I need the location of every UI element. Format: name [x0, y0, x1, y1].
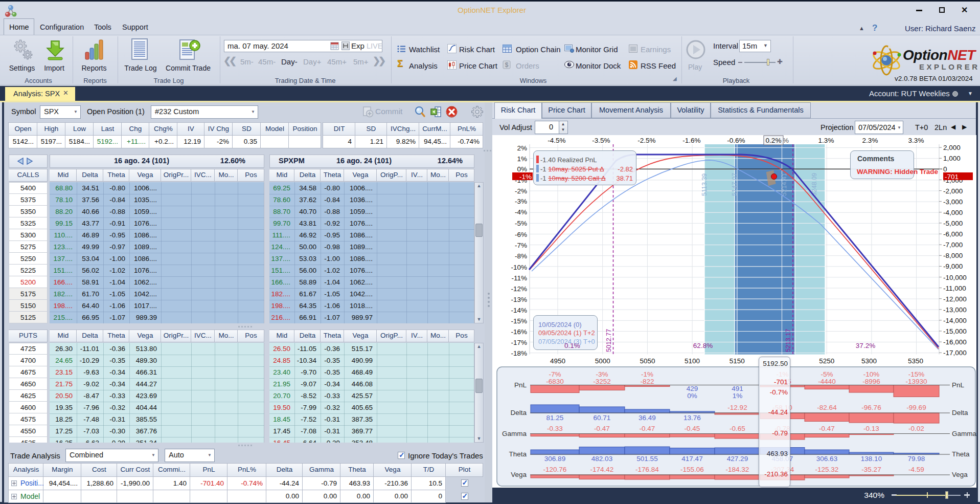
svg-text:-3.5%: -3.5% [592, 137, 610, 144]
svg-text:491: 491 [732, 385, 743, 392]
svg-text:-6,000: -6,000 [943, 230, 963, 238]
svg-text:3.3%: 3.3% [908, 137, 924, 144]
svg-text:-1%: -1% [641, 370, 653, 378]
svg-text:-13%: -13% [511, 296, 527, 303]
svg-text:-0.65: -0.65 [730, 425, 745, 432]
svg-text:4950: 4950 [550, 357, 565, 365]
svg-text:-0.47: -0.47 [819, 425, 835, 432]
svg-text:5012.77: 5012.77 [605, 329, 612, 352]
svg-text:-8%: -8% [515, 252, 527, 260]
svg-text:-9,000: -9,000 [943, 262, 963, 270]
svg-text:-6%: -6% [515, 231, 527, 238]
svg-text:-120.76: -120.76 [543, 466, 567, 473]
svg-text:-822: -822 [640, 378, 654, 385]
svg-text:1%: 1% [517, 155, 527, 163]
svg-text:1,000: 1,000 [943, 155, 961, 162]
svg-text:482.03: 482.03 [591, 455, 612, 463]
svg-text:-17,000: -17,000 [943, 349, 967, 357]
svg-text:417.47: 417.47 [681, 455, 702, 463]
svg-text:-82.64: -82.64 [817, 404, 837, 411]
svg-text:-96.76: -96.76 [861, 404, 881, 411]
svg-text:-3%: -3% [515, 198, 527, 205]
svg-text:-17%: -17% [511, 339, 527, 346]
svg-text:62.8%: 62.8% [693, 342, 713, 349]
svg-text:-13,000: -13,000 [943, 306, 967, 314]
svg-text:$: $ [505, 61, 509, 69]
svg-text:0.2%: 0.2% [766, 137, 782, 144]
svg-text:5050: 5050 [640, 357, 655, 365]
svg-text:PnL: PnL [514, 381, 527, 389]
svg-text:60.71: 60.71 [594, 414, 611, 422]
svg-text:-99.69: -99.69 [906, 404, 926, 411]
svg-text:-0.45: -0.45 [685, 425, 700, 432]
svg-text:-4,000: -4,000 [943, 209, 963, 216]
svg-text:-10%: -10% [863, 370, 880, 378]
svg-text:-10,000: -10,000 [943, 274, 967, 281]
svg-text:-5%: -5% [515, 220, 527, 227]
svg-text:-12,000: -12,000 [943, 295, 967, 303]
svg-text:427.29: 427.29 [727, 455, 748, 463]
svg-text:%: % [783, 137, 789, 144]
svg-text:138.10: 138.10 [861, 455, 882, 463]
svg-text:Gamma: Gamma [952, 430, 976, 437]
svg-text:Vega: Vega [511, 471, 527, 478]
svg-text:-15%: -15% [908, 370, 925, 378]
svg-text:-125.32: -125.32 [815, 466, 839, 473]
svg-text:81.25: 81.25 [546, 414, 564, 422]
svg-text:-174.42: -174.42 [590, 466, 614, 473]
svg-text:5150: 5150 [730, 357, 745, 365]
svg-text:306.89: 306.89 [544, 455, 565, 463]
svg-text:36.49: 36.49 [639, 414, 656, 422]
svg-text:5250: 5250 [819, 357, 834, 365]
svg-text:-15%: -15% [511, 317, 527, 325]
svg-text:-14,000: -14,000 [943, 317, 967, 324]
svg-text:-4.59: -4.59 [908, 466, 924, 473]
svg-text:-3252: -3252 [593, 378, 611, 385]
svg-text:-0.6%: -0.6% [727, 137, 745, 144]
svg-text:429: 429 [687, 385, 698, 392]
svg-text:-8996: -8996 [862, 378, 880, 385]
svg-text:-4%: -4% [515, 208, 527, 216]
svg-text:-1.6%: -1.6% [682, 137, 700, 144]
svg-text:37.2%: 37.2% [856, 342, 875, 349]
svg-text:-184.32: -184.32 [726, 466, 749, 473]
svg-text:306.63: 306.63 [816, 455, 837, 463]
svg-text:-176.84: -176.84 [635, 466, 659, 473]
svg-text:5100: 5100 [685, 357, 700, 365]
svg-text:1.3%: 1.3% [818, 137, 834, 144]
svg-text:Theta: Theta [509, 450, 527, 458]
svg-text:Delta: Delta [510, 409, 527, 417]
svg-text:-7,000: -7,000 [943, 241, 963, 249]
svg-text:5213.17: 5213.17 [785, 329, 792, 352]
svg-text:-4.5%: -4.5% [548, 137, 565, 144]
svg-text:-5,000: -5,000 [943, 220, 963, 227]
svg-text:-12.92: -12.92 [727, 404, 747, 411]
svg-text:-2.5%: -2.5% [637, 137, 655, 144]
svg-text:2.3%: 2.3% [862, 137, 878, 144]
svg-text:501.55: 501.55 [636, 455, 657, 463]
svg-text:Vega: Vega [952, 471, 968, 478]
svg-text:-15,000: -15,000 [943, 327, 967, 335]
svg-text:-3,000: -3,000 [943, 198, 963, 206]
svg-text:-5%: -5% [821, 370, 833, 378]
svg-text:2,000: 2,000 [943, 144, 961, 151]
svg-text:-35.27: -35.27 [861, 466, 881, 473]
svg-text:-13930: -13930 [905, 378, 927, 385]
svg-text:-4440: -4440 [818, 378, 836, 385]
svg-text:-11,000: -11,000 [943, 284, 966, 292]
svg-text:-7%: -7% [515, 242, 527, 249]
svg-text:-0.13: -0.13 [863, 425, 879, 432]
svg-text:13.76: 13.76 [683, 414, 701, 422]
svg-text:-0.47: -0.47 [594, 425, 610, 432]
svg-text:-0.02: -0.02 [908, 425, 924, 432]
svg-text:Gamma: Gamma [502, 430, 527, 437]
svg-text:-16%: -16% [511, 328, 527, 336]
svg-text:-2%: -2% [515, 187, 527, 195]
svg-text:-6830: -6830 [546, 378, 564, 385]
svg-text:-12%: -12% [511, 285, 527, 293]
svg-text:-0.47: -0.47 [640, 425, 655, 432]
svg-text:0%: 0% [687, 392, 697, 400]
svg-text:-0.33: -0.33 [547, 425, 563, 432]
svg-text:-155.06: -155.06 [680, 466, 704, 473]
svg-text:-2,000: -2,000 [943, 187, 963, 195]
